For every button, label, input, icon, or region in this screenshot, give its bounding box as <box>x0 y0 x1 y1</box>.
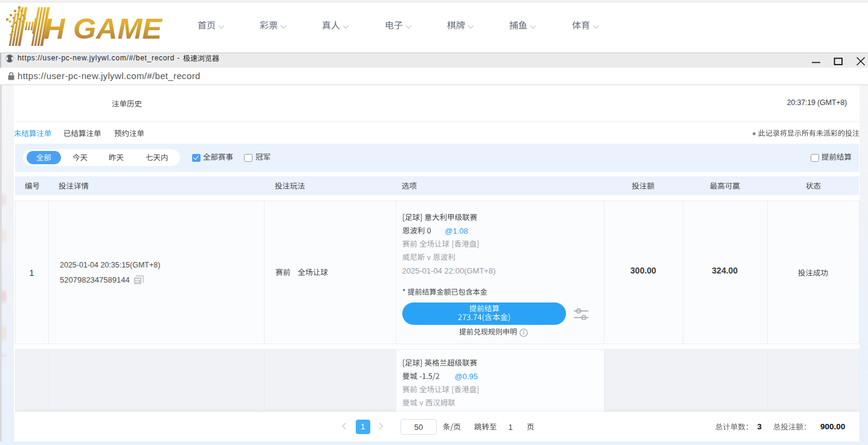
svg-text:H GAME: H GAME <box>43 12 162 45</box>
